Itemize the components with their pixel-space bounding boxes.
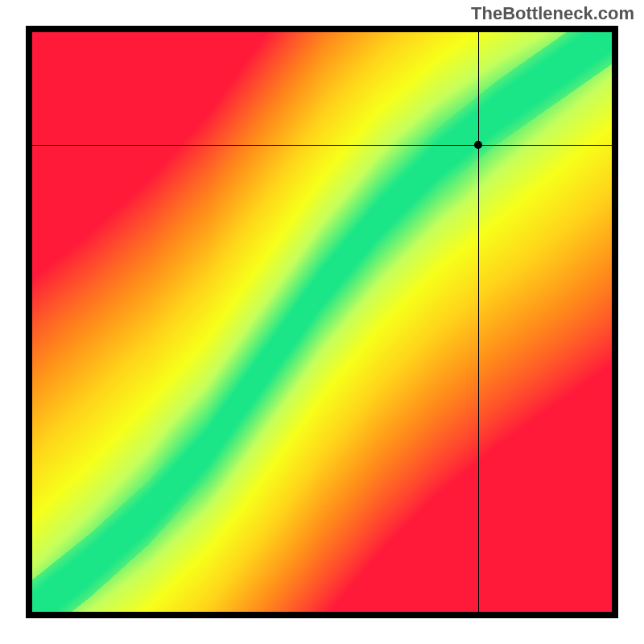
selection-marker (474, 141, 482, 149)
attribution-label: TheBottleneck.com (471, 3, 634, 24)
plot-area (32, 32, 612, 612)
crosshair-horizontal (32, 145, 612, 146)
heatmap-canvas (32, 32, 612, 612)
chart-outer-frame (26, 26, 618, 618)
crosshair-vertical (478, 32, 479, 612)
chart-container: TheBottleneck.com (0, 0, 644, 644)
